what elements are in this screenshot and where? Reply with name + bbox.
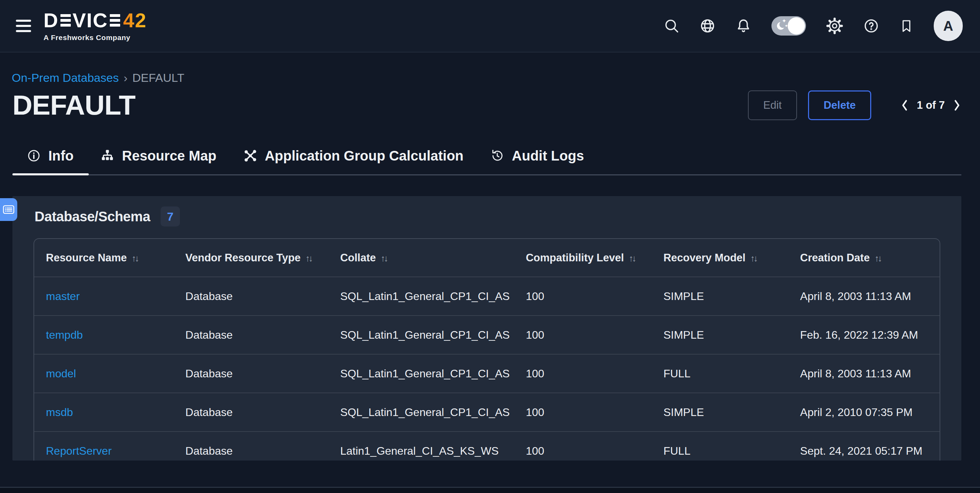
page-header: DEFAULT Edit Delete 1 of 7	[13, 90, 961, 121]
device42-logo[interactable]: D VIC 42 A Freshworks Company	[43, 10, 147, 42]
cell-collate: SQL_Latin1_General_CP1_CI_AS	[328, 354, 514, 393]
resource-map-icon	[100, 149, 114, 162]
column-header-compatibility_level[interactable]: Compatibility Level↑↓	[514, 239, 652, 277]
cell-vendor_resource_type: Database	[174, 316, 328, 354]
column-header-creation_date[interactable]: Creation Date↑↓	[788, 239, 940, 277]
cell-creation_date: April 8, 2003 11:13 AM	[788, 354, 940, 393]
side-panel-toggle[interactable]	[0, 198, 17, 221]
column-label: Vendor Resource Type	[185, 252, 301, 264]
resource-link[interactable]: msdb	[46, 406, 73, 418]
table-row: msdbDatabaseSQL_Latin1_General_CP1_CI_AS…	[34, 393, 940, 431]
cell-resource_name: tempdb	[34, 316, 174, 354]
page: D VIC 42 A Freshworks Company	[0, 0, 980, 493]
dark-mode-toggle[interactable]	[772, 16, 806, 35]
globe-icon[interactable]	[700, 18, 716, 34]
column-label: Resource Name	[46, 252, 127, 264]
resource-link[interactable]: master	[46, 290, 80, 302]
column-header-recovery_model[interactable]: Recovery Model↑↓	[652, 239, 788, 277]
edit-button[interactable]: Edit	[748, 91, 797, 120]
cell-creation_date: April 8, 2003 11:13 AM	[788, 277, 940, 316]
logo-text: D VIC 42	[43, 10, 147, 30]
cell-vendor_resource_type: Database	[174, 393, 328, 431]
cell-compatibility_level: 100	[514, 431, 652, 461]
page-title: DEFAULT	[13, 90, 135, 121]
list-icon	[2, 204, 15, 215]
cell-resource_name: msdb	[34, 393, 174, 431]
logo-subtitle: A Freshworks Company	[43, 33, 147, 42]
column-header-collate[interactable]: Collate↑↓	[328, 239, 514, 277]
bell-icon[interactable]	[735, 18, 751, 34]
cell-recovery_model: SIMPLE	[652, 277, 788, 316]
topbar-icons: A	[664, 11, 963, 41]
breadcrumb: On-Prem Databases › DEFAULT	[12, 71, 980, 84]
record-pagination: 1 of 7	[901, 99, 961, 111]
pagination-text: 1 of 7	[917, 99, 945, 111]
info-panel: Database/Schema 7 Resource Name↑↓Vendor …	[13, 196, 961, 461]
cell-recovery_model: FULL	[652, 431, 788, 461]
table-row: masterDatabaseSQL_Latin1_General_CP1_CI_…	[34, 277, 940, 316]
prev-record-icon[interactable]	[901, 99, 908, 111]
header-actions: Edit Delete 1 of 7	[748, 91, 961, 120]
breadcrumb-parent-link[interactable]: On-Prem Databases	[12, 71, 119, 84]
search-icon[interactable]	[664, 18, 679, 34]
sort-icon[interactable]: ↑↓	[875, 253, 881, 263]
tab-audit-logs[interactable]: Audit Logs	[490, 148, 599, 174]
sort-icon[interactable]: ↑↓	[132, 253, 138, 263]
table-row: tempdbDatabaseSQL_Latin1_General_CP1_CI_…	[34, 316, 940, 354]
logo-accent-42: 42	[123, 10, 147, 30]
logo-e-glyph	[110, 14, 120, 27]
cell-collate: SQL_Latin1_General_CP1_CI_AS	[328, 277, 514, 316]
column-header-vendor_resource_type[interactable]: Vendor Resource Type↑↓	[174, 239, 328, 277]
cell-compatibility_level: 100	[514, 354, 652, 393]
breadcrumb-current: DEFAULT	[132, 71, 185, 84]
cell-creation_date: Feb. 16, 2022 12:39 AM	[788, 316, 940, 354]
cell-creation_date: April 2, 2010 07:35 PM	[788, 393, 940, 431]
database-schema-table: Resource Name↑↓Vendor Resource Type↑↓Col…	[33, 238, 940, 461]
column-label: Recovery Model	[663, 252, 746, 264]
avatar[interactable]: A	[934, 11, 963, 41]
resource-link[interactable]: model	[46, 367, 76, 380]
tab-application-group-calculation[interactable]: Application Group Calculation	[243, 148, 479, 174]
section-title: Database/Schema	[35, 209, 150, 224]
toggle-knob	[788, 17, 805, 35]
menu-icon[interactable]	[16, 20, 31, 32]
logo-e-glyph	[60, 14, 71, 27]
topbar: D VIC 42 A Freshworks Company	[0, 0, 980, 52]
count-badge: 7	[161, 207, 180, 226]
info-icon	[27, 149, 41, 162]
cell-recovery_model: FULL	[652, 354, 788, 393]
column-label: Creation Date	[800, 252, 870, 264]
cell-resource_name: master	[34, 277, 174, 316]
history-icon	[490, 149, 504, 162]
cell-collate: SQL_Latin1_General_CP1_CI_AS	[328, 393, 514, 431]
sort-icon[interactable]: ↑↓	[750, 253, 757, 263]
logo-letter: D	[43, 10, 59, 30]
cell-recovery_model: SIMPLE	[652, 316, 788, 354]
sort-icon[interactable]: ↑↓	[629, 253, 635, 263]
cell-vendor_resource_type: Database	[174, 431, 328, 461]
sort-icon[interactable]: ↑↓	[305, 253, 312, 263]
resource-link[interactable]: tempdb	[46, 329, 83, 341]
app-group-icon	[243, 149, 257, 162]
tab-info[interactable]: Info	[13, 148, 89, 174]
cell-collate: Latin1_General_CI_AS_KS_WS	[328, 431, 514, 461]
gear-icon[interactable]	[826, 17, 843, 35]
bookmark-icon[interactable]	[899, 18, 914, 34]
tab-bar: Info Resource Map Application Group Calc…	[13, 148, 961, 175]
next-record-icon[interactable]	[954, 99, 961, 111]
section-header: Database/Schema 7	[13, 196, 961, 226]
tab-resource-map[interactable]: Resource Map	[100, 148, 231, 174]
cell-resource_name: ReportServer	[34, 431, 174, 461]
cell-recovery_model: SIMPLE	[652, 393, 788, 431]
column-label: Compatibility Level	[526, 252, 624, 264]
table-header-row: Resource Name↑↓Vendor Resource Type↑↓Col…	[34, 239, 940, 277]
cell-compatibility_level: 100	[514, 277, 652, 316]
resource-link[interactable]: ReportServer	[46, 445, 111, 457]
logo-letters: VIC	[73, 10, 108, 30]
cell-collate: SQL_Latin1_General_CP1_CI_AS	[328, 316, 514, 354]
sort-icon[interactable]: ↑↓	[381, 253, 387, 263]
delete-button[interactable]: Delete	[808, 91, 871, 120]
column-header-resource_name[interactable]: Resource Name↑↓	[34, 239, 174, 277]
column-label: Collate	[340, 252, 376, 264]
help-icon[interactable]	[863, 18, 879, 34]
